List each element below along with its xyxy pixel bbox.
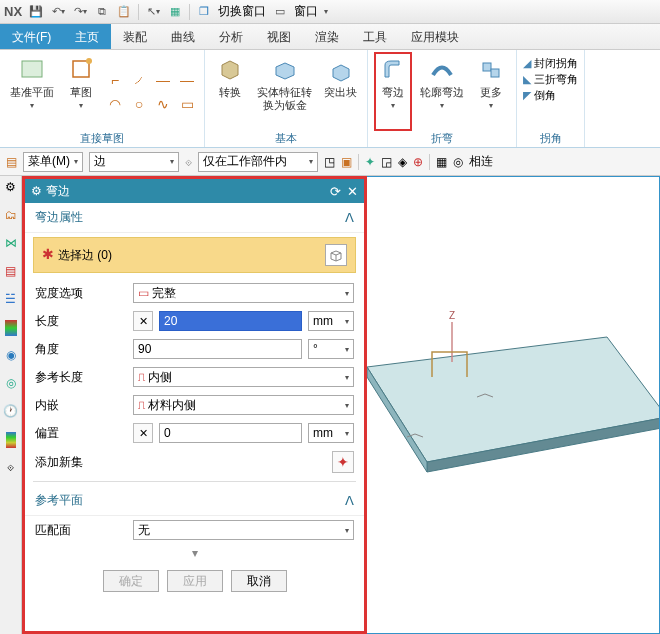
sketch-tools-grid[interactable]: ⌐⟋—— ◠○∿▭ [104,69,198,115]
menu-icon[interactable]: ▤ [6,155,17,169]
expand-more-icon[interactable]: ▾ [25,544,364,562]
match-face-dropdown[interactable]: 无▾ [133,520,354,540]
paste-icon[interactable]: 📋 [116,4,132,20]
inset-dropdown[interactable]: ⎍ 材料内侧▾ [133,395,354,415]
group-direct-sketch-label: 直接草图 [80,131,124,146]
gear-icon[interactable]: ⚙ [3,180,19,196]
layer-icon[interactable]: ☱ [3,292,19,308]
sel-ic6[interactable]: ⊕ [413,155,423,169]
sel-ic4[interactable]: ◲ [381,155,392,169]
menu-home[interactable]: 主页 [63,24,111,49]
sel-ic7[interactable]: ▦ [436,155,447,169]
part-nav-icon[interactable]: 🗂 [3,208,19,224]
selection-workpart-combo[interactable]: 仅在工作部件内▾ [198,152,318,172]
menu-curve[interactable]: 曲线 [159,24,207,49]
convert-button[interactable]: 转换 [211,52,249,131]
app-name: NX [4,4,22,19]
title-bar: NX 💾 ↶▾ ↷▾ ⧉ 📋 ↖▾ ▦ ❐ 切换窗口 ▭ 窗口▾ [0,0,660,24]
chevron-up-icon: ᐱ [345,210,354,225]
menu-app-module[interactable]: 应用模块 [399,24,471,49]
dialog-close-icon[interactable]: ✕ [347,184,358,199]
ref-length-label: 参考长度 [35,369,127,386]
window-menu-label[interactable]: 窗口 [294,3,318,20]
chamfer-button[interactable]: ◤倒角 [523,88,578,103]
link-icon[interactable]: ⋈ [3,236,19,252]
selection-toolbar: ▤ 菜单(M)▾ 边▾ ⟐ 仅在工作部件内▾ ◳ ▣ ✦ ◲ ◈ ⊕ ▦ ◎ 相… [0,148,660,176]
three-bend-corner-button[interactable]: ◣三折弯角 [523,72,578,87]
offset-input[interactable] [159,423,302,443]
copy-icon[interactable]: ⧉ [94,4,110,20]
bend-edge-button[interactable]: 弯边▾ [374,52,412,131]
sheet-metal-plate: Z [367,307,660,567]
match-face-label: 匹配面 [35,522,127,539]
section-refplane-header[interactable]: 参考平面ᐱ [25,486,364,516]
book-icon[interactable] [5,320,17,336]
ref-length-dropdown[interactable]: ⎍ 内侧▾ [133,367,354,387]
menu-render[interactable]: 渲染 [303,24,351,49]
cancel-button[interactable]: 取消 [231,570,287,592]
more-bend-button[interactable]: 更多▾ [472,52,510,131]
clock-icon[interactable]: 🕐 [3,404,19,420]
sel-ic5[interactable]: ◈ [398,155,407,169]
switch-window-label[interactable]: 切换窗口 [218,3,266,20]
menu-tool[interactable]: 工具 [351,24,399,49]
offset-unit-dropdown[interactable]: mm▾ [308,423,354,443]
dialog-gear-icon[interactable]: ⚙ [31,184,42,198]
apply-button[interactable]: 应用 [167,570,223,592]
solid-feature-to-sheet-button[interactable]: 实体特征转 换为钣金 [253,52,316,131]
section-props-header[interactable]: 弯边属性ᐱ [25,203,364,233]
angle-unit-dropdown[interactable]: °▾ [308,339,354,359]
undo-icon[interactable]: ↶▾ [50,4,66,20]
offset-measure-icon[interactable]: ✕ [133,423,153,443]
extrude-button[interactable]: 突出块 [320,52,361,131]
angle-input[interactable] [133,339,302,359]
sel-ic8[interactable]: ◎ [453,155,463,169]
sel-ic1[interactable]: ◳ [324,155,335,169]
angle-label: 角度 [35,341,127,358]
menu-assembly[interactable]: 装配 [111,24,159,49]
sheet-icon[interactable]: ▤ [3,264,19,280]
windows-icon[interactable]: ❐ [196,4,212,20]
add-set-button[interactable]: ✦ [332,451,354,473]
length-measure-icon[interactable]: ✕ [133,311,153,331]
closed-corner-button[interactable]: ◢封闭拐角 [523,56,578,71]
selection-menu-combo[interactable]: 菜单(M)▾ [23,152,83,172]
contour-bend-button[interactable]: 轮廓弯边▾ [416,52,468,131]
select-edge-row[interactable]: ✱选择边 (0) [33,237,356,273]
circle-icon: ○ [128,93,150,115]
sel-ic2[interactable]: ▣ [341,155,352,169]
base-plane-button[interactable]: 基准平面▾ [6,52,58,131]
length-input[interactable] [159,311,302,331]
3d-viewport[interactable]: Z [367,176,660,634]
menu-bar: 文件(F) 主页 装配 曲线 分析 视图 渲染 工具 应用模块 [0,24,660,50]
chevron-up-icon: ᐱ [345,493,354,508]
neighbor-label[interactable]: 相连 [469,153,493,170]
palette-icon[interactable] [6,432,16,448]
group-base-label: 基本 [275,131,297,146]
menu-view[interactable]: 视图 [255,24,303,49]
width-option-dropdown[interactable]: ▭ 完整▾ [133,283,354,303]
ok-button[interactable]: 确定 [103,570,159,592]
radio-icon[interactable]: ◉ [3,348,19,364]
grid-icon[interactable]: ▦ [167,4,183,20]
select-edge-icon[interactable] [325,244,347,266]
more-icon[interactable]: ⟐ [3,460,19,476]
line-icon: ⟋ [128,69,150,91]
svg-text:Z: Z [449,310,455,321]
save-icon[interactable]: 💾 [28,4,44,20]
selection-scope-combo[interactable]: 边▾ [89,152,179,172]
rect-icon: ▭ [176,93,198,115]
menu-analysis[interactable]: 分析 [207,24,255,49]
arc-icon: ◠ [104,93,126,115]
touch-icon[interactable]: ↖▾ [145,4,161,20]
menu-file[interactable]: 文件(F) [0,24,63,49]
vol-icon[interactable]: ◎ [3,376,19,392]
filter-icon[interactable]: ⟐ [185,155,192,169]
group-corner-label: 拐角 [540,131,562,146]
redo-icon[interactable]: ↷▾ [72,4,88,20]
sketch-button[interactable]: 草图▾ [62,52,100,131]
window-icon[interactable]: ▭ [272,4,288,20]
dialog-reset-icon[interactable]: ⟳ [330,184,341,199]
length-unit-dropdown[interactable]: mm▾ [308,311,354,331]
sel-ic3[interactable]: ✦ [365,155,375,169]
